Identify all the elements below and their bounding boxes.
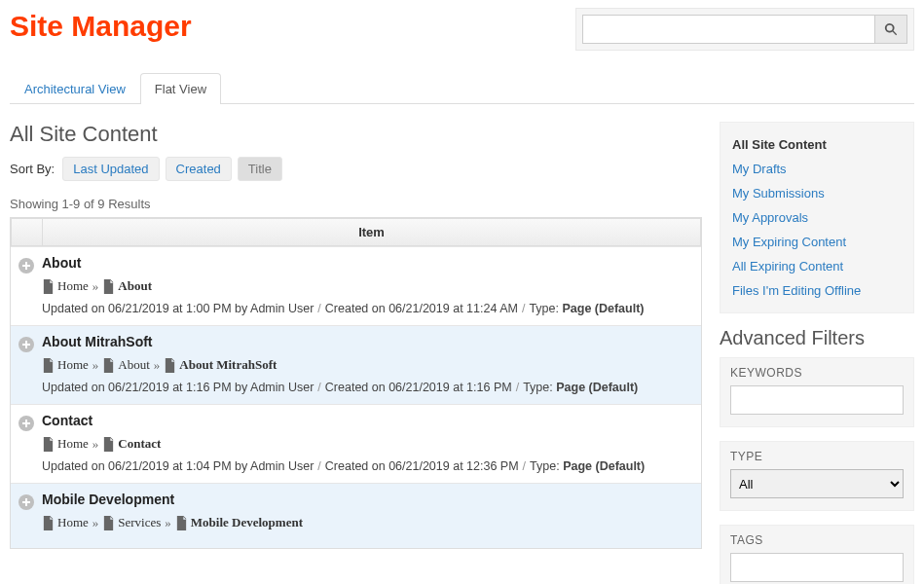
page-icon xyxy=(102,437,115,452)
expand-button[interactable] xyxy=(18,336,35,353)
filter-tags-input[interactable] xyxy=(730,553,904,582)
breadcrumb-separator: » xyxy=(165,515,171,530)
search-input[interactable] xyxy=(582,15,874,44)
item-title[interactable]: About xyxy=(42,255,697,271)
sidebar-item-my-approvals[interactable]: My Approvals xyxy=(732,205,902,230)
breadcrumb: Home » About xyxy=(42,278,697,294)
advanced-filters-title: Advanced Filters xyxy=(720,327,914,349)
page-title: All Site Content xyxy=(10,122,702,147)
tab-flat-view[interactable]: Flat View xyxy=(140,73,221,104)
filter-keywords-input[interactable] xyxy=(730,385,904,415)
sidebar-nav: All Site Content My Drafts My Submission… xyxy=(720,122,914,313)
app-title: Site Manager xyxy=(10,10,192,43)
page-icon xyxy=(42,437,55,452)
breadcrumb-segment[interactable]: Services xyxy=(102,515,161,530)
sort-created[interactable]: Created xyxy=(166,157,232,181)
expand-button[interactable] xyxy=(18,257,35,274)
item-title[interactable]: About MitrahSoft xyxy=(42,334,697,349)
sort-label: Sort By: xyxy=(10,162,55,176)
content-grid: Item About Home » About Updated on 06/21… xyxy=(10,217,702,549)
breadcrumb-separator: » xyxy=(92,515,99,530)
page-icon xyxy=(102,358,115,373)
filter-type-select[interactable]: All xyxy=(730,469,904,498)
breadcrumb-segment[interactable]: About xyxy=(102,278,152,294)
table-row: Mobile Development Home » Services » Mob… xyxy=(11,483,701,548)
search-button[interactable] xyxy=(874,15,907,44)
sidebar-item-all-content: All Site Content xyxy=(732,132,902,157)
expand-button[interactable] xyxy=(18,493,35,511)
page-icon xyxy=(164,358,176,373)
tab-architectural-view[interactable]: Architectural View xyxy=(10,73,140,104)
plus-icon xyxy=(18,494,34,510)
sort-last-updated[interactable]: Last Updated xyxy=(62,157,159,181)
breadcrumb-segment[interactable]: Home xyxy=(42,436,89,452)
breadcrumb-separator: » xyxy=(92,357,99,373)
tabs-bar: Architectural View Flat View xyxy=(10,72,914,104)
breadcrumb-segment[interactable]: Home xyxy=(42,357,89,373)
expand-button[interactable] xyxy=(18,415,35,432)
sidebar-item-offline-files[interactable]: Files I'm Editing Offline xyxy=(732,278,902,303)
breadcrumb: Home » About » About MitrahSoft xyxy=(42,357,697,373)
search-icon xyxy=(884,22,898,36)
breadcrumb-segment[interactable]: Home xyxy=(42,278,89,294)
table-row: About Home » About Updated on 06/21/2019… xyxy=(11,246,701,325)
page-icon xyxy=(42,279,55,294)
page-icon xyxy=(102,279,115,294)
breadcrumb: Home » Contact xyxy=(42,436,697,452)
plus-icon xyxy=(18,337,34,352)
col-header-item: Item xyxy=(43,219,700,245)
breadcrumb-separator: » xyxy=(154,357,161,373)
grid-header: Item xyxy=(11,218,701,246)
breadcrumb-segment[interactable]: Home xyxy=(42,515,89,530)
sidebar-item-all-expiring[interactable]: All Expiring Content xyxy=(732,254,902,278)
page-icon xyxy=(42,516,55,530)
item-meta: Updated on 06/21/2019 at 1:04 PM by Admi… xyxy=(42,459,697,473)
breadcrumb-segment[interactable]: About xyxy=(102,357,150,373)
filter-keywords-label: KEYWORDS xyxy=(730,366,904,380)
item-title[interactable]: Mobile Development xyxy=(42,492,697,507)
breadcrumb: Home » Services » Mobile Development xyxy=(42,515,697,530)
sidebar-item-my-submissions[interactable]: My Submissions xyxy=(732,181,902,205)
plus-icon xyxy=(18,258,34,274)
search-container xyxy=(575,8,914,51)
results-count: Showing 1-9 of 9 Results xyxy=(10,197,702,211)
table-row: About MitrahSoft Home » About » About Mi… xyxy=(11,325,701,404)
breadcrumb-separator: » xyxy=(92,436,99,452)
plus-icon xyxy=(18,416,34,431)
filter-type-panel: TYPE All xyxy=(720,441,914,511)
breadcrumb-segment[interactable]: Contact xyxy=(102,436,161,452)
item-meta: Updated on 06/21/2019 at 1:00 PM by Admi… xyxy=(42,302,697,315)
filter-tags-label: TAGS xyxy=(730,533,904,547)
page-icon xyxy=(102,516,115,530)
sort-row: Sort By: Last Updated Created Title xyxy=(10,157,702,181)
item-title[interactable]: Contact xyxy=(42,413,697,428)
breadcrumb-segment[interactable]: About MitrahSoft xyxy=(164,357,277,373)
breadcrumb-separator: » xyxy=(92,278,99,294)
filter-type-label: TYPE xyxy=(730,450,904,463)
sidebar-item-my-drafts[interactable]: My Drafts xyxy=(732,157,902,181)
filter-tags-panel: TAGS xyxy=(720,525,914,584)
item-meta: Updated on 06/21/2019 at 1:16 PM by Admi… xyxy=(42,381,697,394)
table-row: Contact Home » Contact Updated on 06/21/… xyxy=(11,404,701,483)
page-icon xyxy=(175,516,188,530)
page-icon xyxy=(42,358,55,373)
sidebar-item-my-expiring[interactable]: My Expiring Content xyxy=(732,230,902,254)
sort-title[interactable]: Title xyxy=(238,157,282,181)
filter-keywords-panel: KEYWORDS xyxy=(720,357,914,427)
breadcrumb-segment[interactable]: Mobile Development xyxy=(175,515,303,530)
